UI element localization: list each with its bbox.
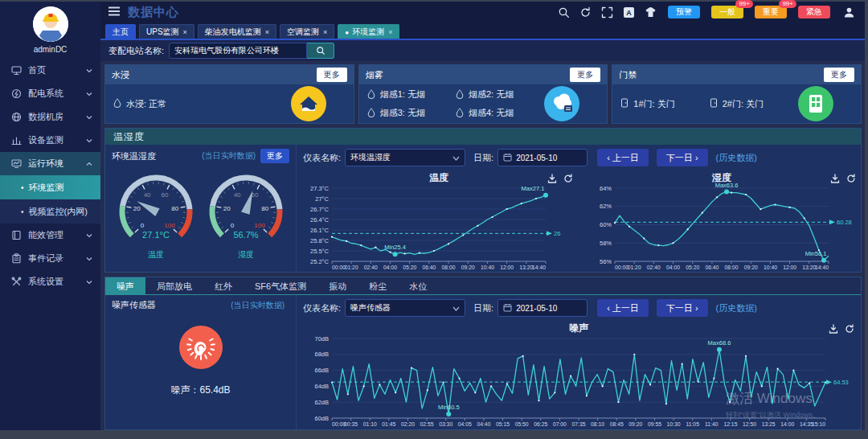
house-status-icon [291,86,326,121]
noise-history-link[interactable]: (历史数据) [716,302,757,314]
svg-text:25.5°C: 25.5°C [310,248,330,255]
svg-text:湿度: 湿度 [238,250,254,259]
selected-meter: 环境温湿度 [350,152,452,163]
avatar[interactable] [33,6,68,42]
gauge-温度: 02040608010027.1°C温度 [111,171,201,260]
translate-icon[interactable]: A [623,6,635,18]
tab-label: 环境监测 [352,27,384,36]
gauge-more-button[interactable]: 更多 [260,149,289,163]
download-icon[interactable] [830,172,840,187]
sidebar-item-chart[interactable]: 设备监测 [0,129,100,152]
sidebar-item-label: 首页 [28,64,86,76]
env-prev-day-button[interactable]: ‹ 上一日 [597,149,649,166]
chart-tools [547,172,573,187]
svg-text:06:40: 06:40 [705,265,719,270]
svg-text:06:25: 06:25 [534,421,547,427]
more-button[interactable]: 更多 [824,68,854,82]
noise-meter-select[interactable]: 噪声传感器 [345,299,465,317]
refresh-icon[interactable] [845,322,854,337]
sidebar-item-server[interactable]: 数据机房 [0,105,100,129]
svg-text:04:40: 04:40 [477,421,490,427]
close-icon[interactable]: × [265,28,269,36]
submenu-item[interactable]: •视频监控(内网) [0,199,100,224]
noise-next-day-button[interactable]: 下一日 › [657,299,708,317]
sensor-tab-粉尘[interactable]: 粉尘 [358,277,398,295]
svg-text:01:10: 01:10 [363,421,377,427]
chart-tools [830,172,856,187]
realtime-data-label: (当日实时数据) [202,150,256,162]
close-icon[interactable]: × [323,28,327,36]
noise-date-input[interactable]: 2021-05-10 [497,299,588,317]
refresh-icon[interactable] [846,172,856,187]
gauge-湿度: 02040608010056.7%湿度 [201,171,291,260]
card-烟雾: 烟雾 更多 烟感1: 无烟烟感2: 无烟烟感3: 无烟烟感4: 无烟 [358,64,608,124]
tab-柴油发电机监测[interactable]: 柴油发电机监测× [198,24,276,39]
download-icon[interactable] [829,322,838,337]
sensor-tab-水位[interactable]: 水位 [398,277,438,295]
svg-text:80: 80 [171,205,178,212]
noise-sensor-title: 噪声传感器 [112,299,231,311]
user-icon[interactable] [843,6,855,18]
droplet-icon [113,98,126,109]
download-icon[interactable] [547,172,557,187]
noise-prev-day-button[interactable]: ‹ 上一日 [597,299,649,317]
more-button[interactable]: 更多 [570,68,600,82]
card-item: 2#门: 关门 [710,98,798,110]
tab-空调监测[interactable]: 空调监测× [280,24,334,39]
env-meter-select[interactable]: 环境温湿度 [345,149,465,166]
doorsmall-icon [710,98,723,109]
gauges: 02040608010027.1°C温度02040608010056.7%湿度 [105,171,296,260]
close-icon[interactable]: × [388,28,392,36]
alert-count-badge: 99+ [735,0,753,8]
chevron-up-icon [86,159,92,169]
env-history-link[interactable]: (历史数据) [716,152,757,164]
search-button[interactable] [307,43,334,59]
alert-button[interactable]: 重要99+ [755,6,787,18]
sidebar-item-env[interactable]: 运行环境 [0,152,100,175]
hamburger-menu-icon[interactable] [108,5,120,19]
line-chart-humidity: 64%62%60%58%56%00:0001:2002:4004:0005:20… [579,170,862,273]
sidebar-item-book[interactable]: 能效管理 [0,224,100,247]
alert-button[interactable]: 预警 [668,6,700,18]
sidebar-item-tools[interactable]: 系统设置 [0,270,100,293]
sensor-tab-红外[interactable]: 红外 [203,277,244,295]
svg-text:08:00: 08:00 [442,265,456,270]
smoke-status-icon [544,86,579,121]
svg-text:66dB: 66dB [314,367,329,374]
search-icon[interactable] [558,6,570,18]
sensor-tab-噪声[interactable]: 噪声 [105,277,145,295]
tab-UPS监测[interactable]: UPS监测× [139,24,194,39]
refresh-icon[interactable] [563,172,573,187]
alert-button[interactable]: 紧急 [798,6,830,18]
env-date-input[interactable]: 2021-05-10 [497,149,588,166]
alert-button[interactable]: 一般99+ [711,6,743,18]
svg-text:40: 40 [143,191,150,199]
svg-text:0: 0 [140,222,144,229]
bullet-icon: • [21,207,24,216]
card-item-text: 1#门: 关门 [633,98,674,110]
theme-icon[interactable] [645,6,657,18]
fullscreen-icon[interactable] [601,6,613,18]
noise-panel: 噪声局部放电红外SF6气体监测振动粉尘水位 噪声传感器 (当日实时数据) 噪声：… [104,277,862,430]
book-icon [11,230,22,240]
sensor-tab-局部放电[interactable]: 局部放电 [145,277,203,295]
svg-text:06:40: 06:40 [422,265,436,270]
tab-环境监测[interactable]: ●环境监测× [338,24,399,39]
submenu-item[interactable]: •环境监测 [0,175,100,199]
close-icon[interactable]: × [183,28,187,36]
tab-主页[interactable]: 主页 [105,24,136,39]
station-name-input[interactable] [169,43,307,59]
chevron-down-icon [86,89,92,99]
svg-text:09:55: 09:55 [648,421,661,427]
sensor-tab-振动[interactable]: 振动 [317,277,358,295]
sidebar-item-power[interactable]: 配电系统 [0,82,100,105]
more-button[interactable]: 更多 [317,68,347,82]
refresh-icon[interactable] [579,6,592,18]
sensor-tab-SF6气体监测[interactable]: SF6气体监测 [244,277,317,295]
sidebar-item-clipboard[interactable]: 事件记录 [0,247,100,270]
sidebar-item-home[interactable]: 首页 [0,59,100,82]
card-item-text: 烟感2: 无烟 [469,88,514,101]
env-next-day-button[interactable]: 下一日 › [657,149,708,166]
clipboard-icon [11,253,22,264]
svg-text:03:30: 03:30 [439,421,452,427]
